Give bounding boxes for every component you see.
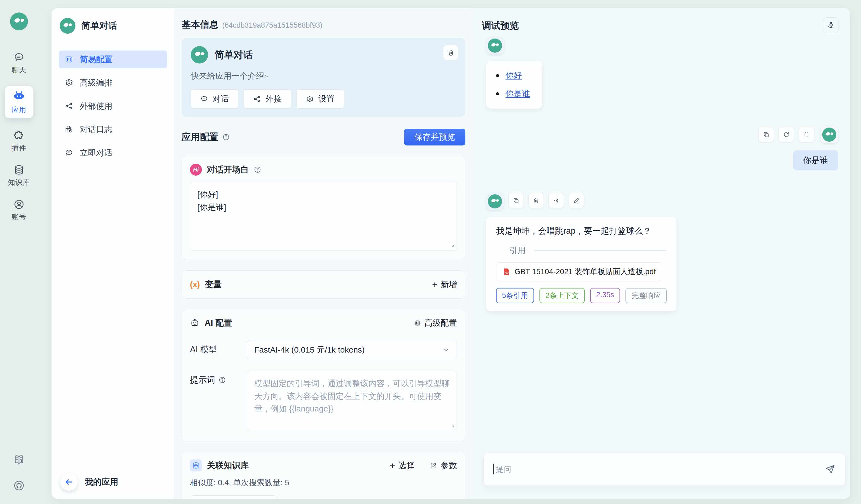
bullet-dot	[496, 74, 499, 77]
send-button[interactable]	[824, 464, 836, 475]
share-icon	[65, 102, 73, 110]
dataset-icon	[190, 460, 202, 472]
sidebar-item-simple-config[interactable]: 简易配置	[59, 51, 167, 68]
app-config-title: 应用配置	[181, 131, 218, 143]
refresh-icon	[783, 131, 790, 138]
dataset-params-button[interactable]: 参数	[430, 460, 457, 471]
assistant-avatar	[486, 37, 504, 54]
delete-message-button[interactable]	[799, 127, 814, 142]
app-header: 简单对话	[59, 18, 167, 33]
select-dataset-button[interactable]: + 选择	[390, 460, 415, 471]
bullet-dot	[496, 92, 499, 95]
welcome-link-hello[interactable]: 你好	[506, 70, 522, 81]
hi-badge: Hi	[190, 164, 202, 176]
robot-outline-icon	[190, 318, 200, 328]
trash-icon	[447, 49, 454, 56]
send-plane-icon	[824, 464, 836, 475]
app-name: 简单对话	[81, 20, 117, 32]
back-button[interactable]	[60, 473, 78, 491]
sidebar-item-advanced-orchestration[interactable]: 高级编排	[59, 74, 167, 92]
user-message-block: 你是谁	[759, 126, 838, 171]
github-icon[interactable]	[13, 480, 25, 491]
preview-title: 调试预览	[482, 19, 519, 32]
external-action-button[interactable]: 外接	[244, 89, 291, 109]
edit-message-button[interactable]	[569, 193, 584, 208]
prompt-input[interactable]	[247, 371, 457, 430]
database-icon	[13, 164, 25, 176]
basic-info-card: 简单对话 快来给应用一个介绍~ 对话 外接 设置	[181, 38, 465, 117]
sidebar-item-chat-logs[interactable]: 对话日志	[59, 121, 167, 138]
robot-icon	[13, 90, 25, 103]
copy-message-button[interactable]	[508, 193, 524, 208]
ai-model-label: AI 模型	[190, 344, 247, 355]
voice-icon	[553, 197, 560, 204]
rail-item-chat[interactable]: 聊天	[12, 52, 26, 74]
trash-icon	[533, 197, 540, 204]
context-badge[interactable]: 2条上下文	[539, 288, 585, 303]
docs-icon[interactable]	[13, 453, 25, 465]
advanced-config-button[interactable]: 高级配置	[413, 317, 457, 329]
rail-item-apps[interactable]: 应用	[5, 86, 33, 118]
settings-action-button[interactable]: 设置	[297, 89, 344, 109]
help-icon	[254, 166, 261, 174]
ai-config-title: AI 配置	[205, 317, 232, 329]
ai-model-select[interactable]: FastAI-4k (0.015 元/1k tokens)	[247, 341, 457, 359]
app-avatar	[191, 46, 208, 64]
duration-badge[interactable]: 2.35s	[590, 288, 620, 303]
prompt-label: 提示词	[190, 374, 215, 386]
chat-bubble-icon	[65, 148, 73, 157]
rail-item-account[interactable]: 账号	[12, 199, 26, 222]
arrow-left-icon	[64, 477, 73, 487]
sidebar-item-external-use[interactable]: 外部使用	[59, 97, 167, 115]
sidebar-item-chat-now[interactable]: 立即对话	[59, 144, 167, 162]
rail-item-plugins[interactable]: 插件	[12, 130, 26, 153]
app-avatar	[60, 18, 76, 33]
my-apps-label[interactable]: 我的应用	[85, 476, 118, 488]
pencil-icon	[573, 197, 580, 204]
full-response-badge[interactable]: 完整响应	[626, 288, 667, 303]
rail-item-datasets[interactable]: 知识库	[8, 164, 30, 187]
dataset-title: 关联知识库	[207, 460, 249, 471]
linked-dataset-chip[interactable]: baichaun	[190, 495, 277, 499]
citations-badge[interactable]: 5条引用	[496, 288, 534, 303]
dataset-params-summary: 相似度: 0.4, 单次搜索数量: 5	[190, 477, 457, 488]
log-icon	[65, 125, 73, 134]
question-input[interactable]	[495, 465, 824, 474]
copy-message-button[interactable]	[759, 127, 774, 142]
plus-icon: +	[432, 280, 437, 289]
chat-icon	[13, 52, 25, 63]
delete-message-button[interactable]	[529, 193, 544, 208]
basic-info-title: 基本信息	[181, 18, 218, 31]
pdf-icon	[502, 268, 511, 276]
copy-icon	[512, 197, 520, 204]
quote-icon: “	[496, 247, 505, 254]
text-caret	[493, 464, 494, 474]
gear-icon	[413, 319, 421, 327]
app-id: (64cdb319a875a1515568bf93)	[222, 21, 323, 30]
copy-icon	[763, 131, 770, 138]
add-variable-button[interactable]: + 新增	[432, 279, 457, 290]
read-aloud-button[interactable]	[549, 193, 564, 208]
delete-app-button[interactable]	[443, 45, 458, 60]
app-rail: 聊天 应用 插件 知识库 账号	[0, 0, 38, 504]
app-sidebar: 简单对话 简易配置 高级编排 外部使用 对话日志 立即对话	[52, 8, 175, 499]
clear-history-button[interactable]	[823, 17, 839, 33]
share-icon	[253, 95, 261, 103]
brand-logo-icon	[10, 13, 28, 30]
welcome-text-input[interactable]: [你好] [你是谁]	[190, 182, 457, 250]
plugin-icon	[13, 130, 25, 141]
retry-message-button[interactable]	[779, 127, 794, 142]
account-icon	[13, 199, 25, 210]
chat-action-button[interactable]: 对话	[191, 89, 238, 109]
save-and-preview-button[interactable]: 保存并预览	[404, 128, 465, 146]
gear-icon	[306, 95, 314, 103]
app-name: 简单对话	[215, 49, 252, 62]
chevron-down-icon	[442, 346, 450, 353]
cited-file-chip[interactable]: GBT 15104-2021 装饰单板贴面人造板.pdf	[496, 262, 662, 281]
edit-icon	[430, 462, 437, 469]
welcome-link-who-are-you[interactable]: 你是谁	[506, 88, 530, 99]
debug-preview-panel: 调试预览 你好 你是谁	[471, 8, 850, 499]
config-panel: 基本信息 (64cdb319a875a1515568bf93) 简单对话 快来给…	[175, 8, 471, 499]
chat-bubble-icon	[200, 95, 208, 103]
assistant-avatar	[486, 193, 504, 210]
